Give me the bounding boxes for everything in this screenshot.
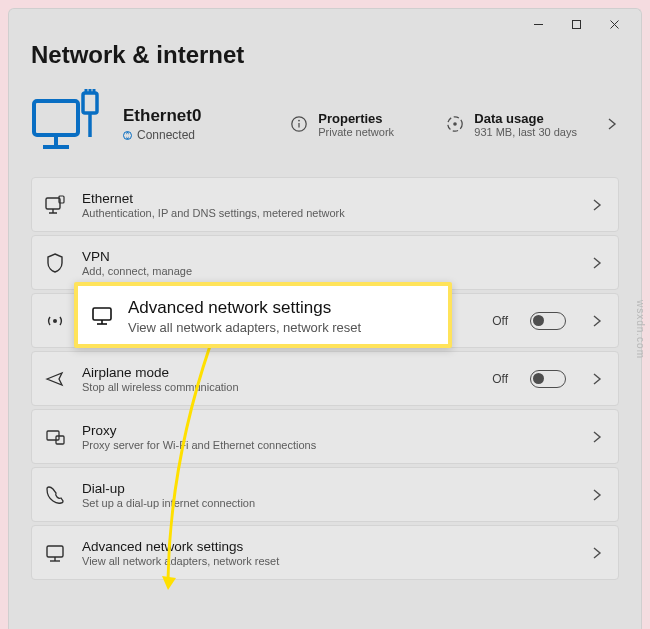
row-subtitle: Stop all wireless communication <box>82 381 476 393</box>
connection-state-label: Connected <box>137 128 195 142</box>
monitor-icon <box>44 542 66 564</box>
highlight-subtitle: View all network adapters, network reset <box>128 320 361 335</box>
close-button[interactable] <box>595 9 633 39</box>
airplane-icon <box>44 368 66 390</box>
chevron-right-icon <box>590 372 604 386</box>
page-title: Network & internet <box>31 39 619 83</box>
connection-name: Ethernet0 <box>123 106 262 126</box>
row-title: Dial-up <box>82 481 574 496</box>
proxy-icon <box>44 426 66 448</box>
chevron-right-icon <box>590 546 604 560</box>
svg-rect-24 <box>47 546 63 557</box>
chevron-right-icon <box>590 256 604 270</box>
ethernet-monitor-icon <box>31 89 101 159</box>
monitor-icon <box>90 304 114 328</box>
chevron-right-icon <box>590 314 604 328</box>
data-usage-title: Data usage <box>474 111 577 126</box>
toggle-off-label: Off <box>492 314 508 328</box>
maximize-button[interactable] <box>557 9 595 39</box>
svg-point-16 <box>453 122 457 126</box>
chevron-right-icon <box>590 488 604 502</box>
row-title: Advanced network settings <box>82 539 574 554</box>
info-icon <box>290 115 308 133</box>
chevron-right-icon <box>605 117 619 131</box>
data-usage-subtitle: 931 MB, last 30 days <box>474 126 577 138</box>
advanced-row[interactable]: Advanced network settingsView all networ… <box>31 525 619 580</box>
minimize-button[interactable] <box>519 9 557 39</box>
properties-subtitle: Private network <box>318 126 394 138</box>
chevron-right-icon <box>590 430 604 444</box>
shield-icon <box>44 252 66 274</box>
svg-rect-1 <box>572 20 580 28</box>
airplane-row[interactable]: Airplane modeStop all wireless communica… <box>31 351 619 406</box>
row-title: Proxy <box>82 423 574 438</box>
titlebar-window-controls <box>9 9 641 39</box>
svg-rect-4 <box>34 101 78 135</box>
hotspot-toggle[interactable] <box>530 312 566 330</box>
airplane-toggle[interactable] <box>530 370 566 388</box>
ethernet-icon <box>44 194 66 216</box>
row-title: Airplane mode <box>82 365 476 380</box>
row-title: VPN <box>82 249 574 264</box>
watermark: wsxdn.com <box>635 300 646 359</box>
row-subtitle: View all network adapters, network reset <box>82 555 574 567</box>
properties-title: Properties <box>318 111 394 126</box>
hotspot-icon <box>44 310 66 332</box>
svg-rect-17 <box>46 198 60 209</box>
toggle-off-label: Off <box>492 372 508 386</box>
phone-icon <box>44 484 66 506</box>
globe-icon <box>123 131 132 140</box>
row-subtitle: Set up a dial-up internet connection <box>82 497 574 509</box>
data-usage-icon <box>446 115 464 133</box>
proxy-row[interactable]: ProxyProxy server for Wi-Fi and Ethernet… <box>31 409 619 464</box>
properties-card[interactable]: Properties Private network <box>284 111 418 138</box>
row-subtitle: Add, connect, manage <box>82 265 574 277</box>
dialup-row[interactable]: Dial-upSet up a dial-up internet connect… <box>31 467 619 522</box>
row-subtitle: Authentication, IP and DNS settings, met… <box>82 207 574 219</box>
chevron-right-icon <box>590 198 604 212</box>
connection-status-block: Ethernet0 Connected Properties Private n… <box>31 83 619 177</box>
svg-rect-27 <box>93 308 111 320</box>
tutorial-highlight: Advanced network settings View all netwo… <box>74 282 452 348</box>
data-usage-card[interactable]: Data usage 931 MB, last 30 days <box>440 111 583 138</box>
svg-point-13 <box>298 120 300 122</box>
connection-state: Connected <box>123 128 262 142</box>
ethernet-row[interactable]: EthernetAuthentication, IP and DNS setti… <box>31 177 619 232</box>
svg-rect-7 <box>83 93 97 113</box>
row-title: Ethernet <box>82 191 574 206</box>
highlight-title: Advanced network settings <box>128 298 361 318</box>
svg-point-21 <box>53 319 57 323</box>
row-subtitle: Proxy server for Wi-Fi and Ethernet conn… <box>82 439 574 451</box>
